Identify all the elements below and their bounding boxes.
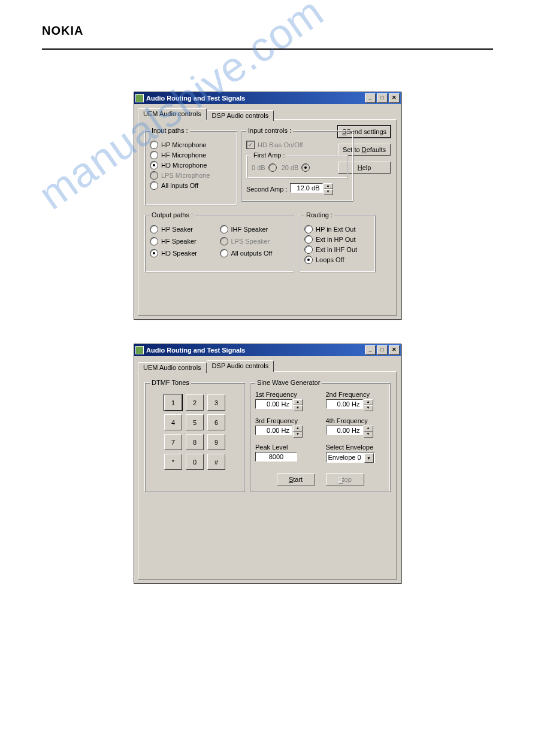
brand-logo: NOKIA: [42, 24, 493, 38]
freq2-input[interactable]: 0.00 Hz: [326, 399, 363, 409]
radio-hf-speaker[interactable]: HF Speaker: [150, 237, 214, 245]
dtmf-tones-group: DTMF Tones 1 2 3 4 5 6 7 8 9 * 0: [144, 379, 245, 492]
freq2-label: 2nd Frequency: [326, 391, 386, 398]
radio-loops-off[interactable]: Loops Off: [304, 256, 370, 264]
radio-hp-microphone[interactable]: HP Microphone: [150, 141, 232, 149]
stop-button: StopStop: [326, 473, 364, 485]
freq2-spinner[interactable]: ▲▼: [364, 399, 373, 411]
tab-dsp-audio[interactable]: DSP Audio controls: [207, 360, 274, 372]
second-amp-input[interactable]: 12.0 dB: [290, 183, 323, 193]
dtmf-key-4[interactable]: 4: [164, 414, 182, 430]
freq3-spinner[interactable]: ▲▼: [293, 426, 303, 438]
window-title: Audio Routing and Test Signals: [146, 95, 364, 102]
minimize-button[interactable]: _: [365, 93, 376, 103]
input-paths-group: Input paths : HP Microphone HF Microphon…: [144, 127, 237, 205]
dtmf-key-2[interactable]: 2: [186, 394, 204, 411]
freq3-input[interactable]: 0.00 Hz: [255, 426, 292, 435]
radio-lps-speaker: LPS Speaker: [220, 237, 289, 245]
hd-bias-checkbox: ✔HD Bias On/Off: [246, 141, 348, 149]
sine-wave-group: Sine Wave Generator 1st Frequency 0.00 H…: [250, 379, 391, 492]
tabs: UEM Audio controls DSP Audio controls: [138, 108, 397, 120]
dtmf-key-7[interactable]: 7: [164, 434, 182, 450]
freq1-spinner[interactable]: ▲▼: [293, 399, 303, 411]
freq4-spinner[interactable]: ▲▼: [364, 426, 373, 438]
freq1-input[interactable]: 0.00 Hz: [255, 399, 292, 409]
dtmf-key-hash[interactable]: #: [207, 454, 225, 470]
minimize-button[interactable]: _: [365, 345, 376, 355]
radio-all-inputs-off[interactable]: All inputs Off: [150, 181, 232, 190]
maximize-button[interactable]: □: [377, 93, 388, 103]
freq3-label: 3rd Frequency: [255, 417, 315, 424]
radio-hp-in-ext-out[interactable]: HP in Ext Out: [304, 225, 370, 233]
radio-hf-microphone[interactable]: HF Microphone: [150, 151, 232, 159]
envelope-label: Select Envelope: [326, 444, 386, 451]
output-paths-legend: Output paths :: [150, 211, 195, 218]
radio-hp-speaker[interactable]: HP Seaker: [150, 225, 214, 233]
radio-lps-microphone: LPS Microphone: [150, 171, 232, 180]
first-amp-legend: First Amp :: [252, 151, 287, 159]
freq4-label: 4th Frequency: [326, 417, 386, 424]
titlebar[interactable]: Audio Routing and Test Signals _ □ ✕: [134, 344, 401, 356]
input-controls-group: Input controls : ✔HD Bias On/Off First A…: [241, 127, 353, 202]
radio-ihf-speaker[interactable]: IHF Speaker: [220, 225, 289, 233]
tab-uem-audio[interactable]: UEM Audio controls: [138, 362, 207, 373]
routing-legend: Routing :: [304, 211, 334, 218]
tabs: UEM Audio controls DSP Audio controls: [138, 360, 397, 372]
start-button[interactable]: StartStart: [277, 473, 315, 485]
dtmf-key-9[interactable]: 9: [207, 434, 225, 450]
first-amp-group: First Amp : 0 dB 20 dB: [246, 151, 348, 178]
envelope-select[interactable]: Envelope 0 ▼: [326, 452, 375, 463]
radio-all-outputs-off[interactable]: All outputs Off: [220, 249, 289, 257]
routing-group: Routing : HP in Ext Out Ext in HP Out Ex…: [299, 211, 376, 272]
dtmf-legend: DTMF Tones: [150, 379, 191, 386]
maximize-button[interactable]: □: [377, 345, 388, 355]
window-title: Audio Routing and Test Signals: [146, 347, 364, 354]
dtmf-key-3[interactable]: 3: [207, 394, 225, 411]
dtmf-key-6[interactable]: 6: [207, 414, 225, 430]
peak-level-input[interactable]: 8000: [255, 452, 297, 462]
app-icon: [135, 94, 144, 102]
input-paths-legend: Input paths :: [150, 127, 190, 134]
dtmf-key-0[interactable]: 0: [186, 454, 204, 470]
dtmf-key-5[interactable]: 5: [186, 414, 204, 430]
radio-first-amp-0db: 0 dB: [252, 163, 277, 172]
audio-routing-window-uem: Audio Routing and Test Signals _ □ ✕ UEM…: [134, 92, 401, 320]
radio-hd-speaker[interactable]: HD Speaker: [150, 249, 214, 257]
header-divider: [42, 48, 493, 50]
freq1-label: 1st Frequency: [255, 391, 315, 398]
second-amp-spinner[interactable]: ▲▼: [324, 183, 333, 195]
output-paths-group: Output paths : HP Seaker IHF Speaker HF …: [144, 211, 294, 272]
tab-uem-audio[interactable]: UEM Audio controls: [138, 108, 207, 120]
audio-routing-window-dsp: Audio Routing and Test Signals _ □ ✕ UEM…: [134, 344, 401, 584]
chevron-down-icon: ▼: [364, 453, 374, 463]
titlebar[interactable]: Audio Routing and Test Signals _ □ ✕: [134, 92, 401, 104]
dtmf-key-1[interactable]: 1: [164, 394, 182, 411]
dtmf-key-8[interactable]: 8: [186, 434, 204, 450]
input-controls-legend: Input controls :: [246, 127, 293, 134]
sine-wave-legend: Sine Wave Generator: [255, 379, 322, 386]
close-button[interactable]: ✕: [389, 345, 400, 355]
freq4-input[interactable]: 0.00 Hz: [326, 426, 363, 435]
second-amp-label: Second Amp :: [246, 186, 288, 193]
radio-first-amp-20db: 20 dB: [282, 163, 310, 172]
close-button[interactable]: ✕: [389, 93, 400, 103]
radio-ext-in-ihf-out[interactable]: Ext in IHF Out: [304, 245, 370, 254]
app-icon: [135, 346, 144, 354]
radio-ext-in-hp-out[interactable]: Ext in HP Out: [304, 235, 370, 244]
tab-dsp-audio[interactable]: DSP Audio controls: [207, 110, 274, 121]
peak-level-label: Peak Level: [255, 444, 315, 451]
dtmf-key-star[interactable]: *: [164, 454, 182, 470]
radio-hd-microphone[interactable]: HD Microphone: [150, 161, 232, 169]
